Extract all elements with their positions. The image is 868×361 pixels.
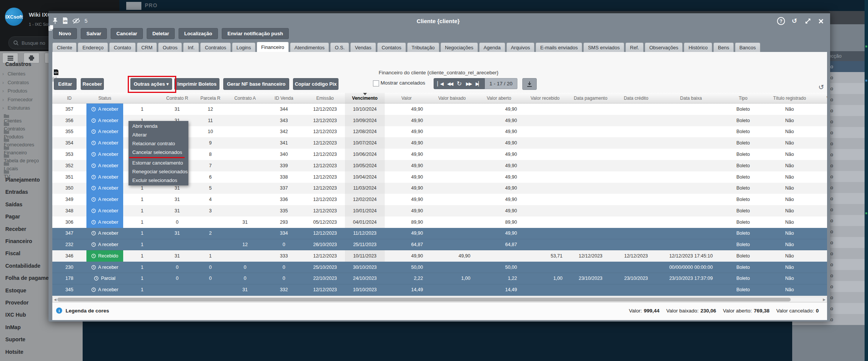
sidebar-section-suporte[interactable]: Suporte — [0, 336, 83, 342]
menu-item-cancelar-selecionados[interactable]: Cancelar selecionados — [128, 148, 188, 157]
sidebar-section-inmap[interactable]: InMap — [0, 324, 83, 330]
table-cell: 64,87 — [476, 239, 522, 250]
tab-outros[interactable]: Outros — [158, 42, 182, 53]
table-row[interactable]: 347A receber131233412/12/202311/12/20234… — [52, 228, 827, 239]
column-header-hidden[interactable] — [123, 93, 161, 103]
tab-observações[interactable]: Observações — [645, 42, 683, 53]
column-header-título-registrado[interactable]: Título registrado — [763, 93, 816, 103]
action-button-salvar[interactable]: Salvar — [81, 28, 107, 39]
column-header-valor-baixado[interactable]: Valor baixado — [428, 93, 476, 103]
column-header-status[interactable]: Status — [86, 93, 123, 103]
toolbar-button-imprimir-boletos[interactable]: Imprimir Boletos — [174, 78, 219, 90]
menu-item-relacionar-contrato[interactable]: Relacionar contrato — [128, 139, 188, 148]
help-icon[interactable]: ? — [777, 17, 785, 25]
tab-cliente[interactable]: Cliente — [52, 42, 77, 53]
column-header-vencimento[interactable]: Vencimento — [345, 93, 385, 103]
table-cell: 12 — [193, 104, 227, 115]
legend[interactable]: i Legenda de cores — [56, 308, 109, 314]
menu-item-renegociar-selecionados[interactable]: Renegociar selecionados — [128, 167, 188, 176]
tab-e-mails-enviados[interactable]: E-mails enviados — [536, 42, 582, 53]
sidebar-section-hotsite[interactable]: Hotsite — [0, 349, 83, 355]
refresh-grid-icon[interactable]: ↺ — [818, 83, 824, 91]
tab-histórico[interactable]: Histórico — [684, 42, 712, 53]
tab-contatos[interactable]: Contatos — [377, 42, 406, 53]
table-row[interactable]: 349A receber131433612/12/202312/02/20244… — [52, 194, 827, 205]
action-button-deletar[interactable]: Deletar — [147, 28, 175, 39]
column-header-contrato-a[interactable]: Contrato A — [227, 93, 263, 103]
tab-atendimentos[interactable]: Atendimentos — [290, 42, 329, 53]
column-header-id-venda[interactable]: ID Venda — [263, 93, 305, 103]
menu-item-alterar[interactable]: Alterar — [128, 130, 188, 139]
table-cell — [227, 115, 263, 126]
tab-agenda[interactable]: Agenda — [479, 42, 505, 53]
column-header-data-pagamento[interactable]: Data pagamento — [568, 93, 613, 103]
menu-item-abrir-venda[interactable]: Abrir venda — [128, 122, 188, 130]
table-cell — [816, 262, 827, 273]
table-cell: 12/12/2023 — [568, 250, 613, 262]
tab-inf-[interactable]: Inf. — [183, 42, 199, 53]
tab-negociações[interactable]: Negociações — [440, 42, 478, 53]
tab-logins[interactable]: Logins — [232, 42, 255, 53]
tab-bancos[interactable]: Bancos — [735, 42, 760, 53]
toolbar-button-copiar-código-pix[interactable]: Copiar código Pix — [293, 78, 338, 90]
scroll-left-arrow[interactable]: ◀ — [54, 298, 56, 301]
column-header-valor[interactable]: Valor — [385, 93, 428, 103]
column-header-valor-recebido[interactable]: Valor recebido — [522, 93, 568, 103]
scroll-right-arrow[interactable]: ▶ — [823, 298, 826, 301]
menu-item-excluir-selecionados[interactable]: Excluir selecionados — [128, 176, 188, 185]
tab-financeiro[interactable]: Financeiro — [257, 42, 289, 53]
column-header-emissão[interactable]: Emissão — [305, 93, 345, 103]
table-row[interactable]: 346Recebido131133312/12/202310/11/202349… — [52, 250, 827, 262]
table-cell: A receber — [86, 183, 123, 194]
restore-icon[interactable]: ↺ — [791, 17, 798, 25]
tab-arquivos[interactable]: Arquivos — [506, 42, 535, 53]
column-header-id[interactable]: ID — [52, 93, 86, 103]
column-header-data-crédito[interactable]: Data crédito — [613, 93, 659, 103]
export-button[interactable] — [522, 78, 537, 90]
menu-item-estornar-cancelamento[interactable]: Estornar cancelamento — [128, 159, 188, 167]
table-cell — [227, 126, 263, 138]
refresh-icon[interactable]: ↻ — [457, 80, 462, 87]
table-row[interactable]: 345A receber13133212/12/202310/10/202314… — [52, 284, 827, 296]
table-row[interactable]: 357A receber1311234412/12/202310/10/2024… — [52, 104, 827, 115]
column-header-valor-cancelado[interactable]: Valor cancelado — [816, 93, 827, 103]
column-header-data-baixa[interactable]: Data baixa — [659, 93, 723, 103]
column-header-contrato-r[interactable]: Contrato R — [161, 93, 193, 103]
column-header-tipo[interactable]: Tipo — [723, 93, 763, 103]
tab-contratos[interactable]: Contratos — [200, 42, 230, 53]
column-header-parcela-r[interactable]: Parcela R — [193, 93, 227, 103]
tab-ref-[interactable]: Ref. — [625, 42, 644, 53]
tab-sms-enviados[interactable]: SMS enviados — [583, 42, 624, 53]
table-cell — [659, 137, 723, 149]
last-page-icon[interactable]: ▶▏ — [476, 81, 481, 86]
action-button-novo[interactable]: Novo — [53, 28, 77, 39]
tab-endereço[interactable]: Endereço — [78, 42, 108, 53]
table-row[interactable]: 230A receber1000025/10/202330/10/202350,… — [52, 262, 827, 273]
table-row[interactable]: 232A receber112026/10/202325/11/202364,8… — [52, 239, 827, 251]
tab-contato[interactable]: Contato — [109, 42, 136, 53]
table-cell: 49,90 — [476, 149, 522, 160]
action-button-localização[interactable]: Localização — [179, 28, 218, 39]
next-page-icon[interactable]: ▶▶ — [466, 81, 471, 86]
toolbar-button-editar[interactable]: Editar — [54, 78, 77, 90]
tab-bens[interactable]: Bens — [713, 42, 734, 53]
toolbar-button-gerar-nf-base-financeiro[interactable]: Gerar NF base financeiro — [223, 78, 289, 90]
column-header-valor-aberto[interactable]: Valor aberto — [476, 93, 522, 103]
toolbar-button-receber[interactable]: Receber — [81, 78, 104, 90]
tab-vendas[interactable]: Vendas — [350, 42, 376, 53]
close-icon[interactable] — [817, 17, 825, 25]
table-row[interactable]: 348A receber131333512/12/202310/01/20244… — [52, 205, 827, 217]
table-cell: 31 — [161, 194, 193, 205]
first-page-icon[interactable]: ▏◀ — [437, 81, 443, 86]
prev-page-icon[interactable]: ◀◀ — [447, 81, 452, 86]
maximize-icon[interactable] — [804, 17, 812, 25]
table-row[interactable]: 178Parcial1000022/10/202324/10/20232,221… — [52, 273, 827, 284]
scrollbar-thumb[interactable] — [57, 298, 791, 301]
action-button-cancelar[interactable]: Cancelar — [111, 28, 143, 39]
action-button-enviar-notificação-push[interactable]: Enviar notificação push — [222, 28, 289, 39]
mostrar-cancelados-checkbox[interactable] — [373, 80, 379, 86]
tab-o-s-[interactable]: O.S. — [330, 42, 349, 53]
tab-crm[interactable]: CRM — [137, 42, 157, 53]
table-row[interactable]: 306A receber103129305/12/202304/01/20248… — [52, 217, 827, 228]
tab-tributação[interactable]: Tributação — [407, 42, 439, 53]
